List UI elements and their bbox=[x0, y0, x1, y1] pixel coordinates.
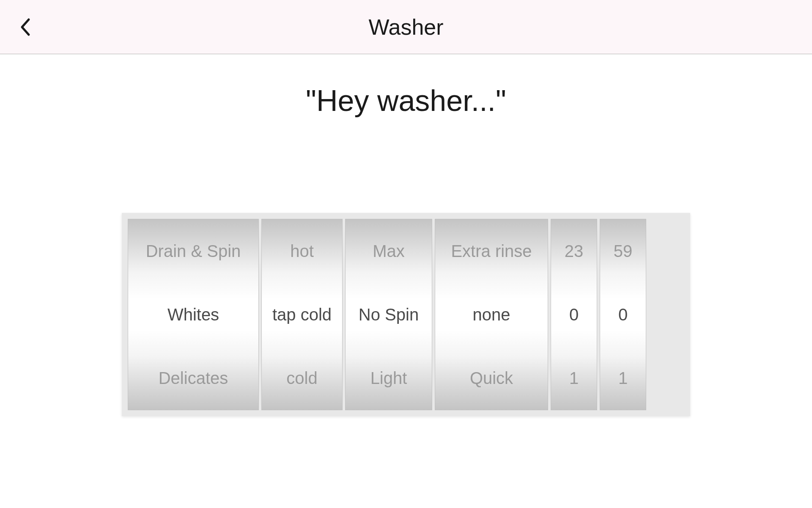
settings-picker: Drain & Spin Whites Delicates hot tap co… bbox=[122, 213, 690, 416]
wheel-option-selected: none bbox=[435, 283, 548, 346]
temperature-wheel[interactable]: hot tap cold cold bbox=[261, 219, 343, 410]
wheel-option-above: Extra rinse bbox=[435, 219, 548, 283]
wheel-option-selected: 0 bbox=[600, 283, 646, 346]
minute-wheel[interactable]: 59 0 1 bbox=[600, 219, 646, 410]
wheel-option-above: 59 bbox=[600, 219, 646, 283]
wheel-option-selected: 0 bbox=[551, 283, 597, 346]
cycle-wheel[interactable]: Drain & Spin Whites Delicates bbox=[128, 219, 259, 410]
main-content: "Hey washer..." Drain & Spin Whites Deli… bbox=[0, 54, 812, 416]
wheel-option-above: 23 bbox=[551, 219, 597, 283]
wheel-option-above: hot bbox=[262, 219, 342, 283]
header-bar: Washer bbox=[0, 0, 812, 54]
wheel-option-above: Max bbox=[346, 219, 432, 283]
voice-prompt-text: "Hey washer..." bbox=[306, 84, 506, 118]
wheel-option-selected: Whites bbox=[128, 283, 258, 346]
spin-wheel[interactable]: Max No Spin Light bbox=[345, 219, 432, 410]
wheel-option-selected: No Spin bbox=[346, 283, 432, 346]
page-title: Washer bbox=[0, 14, 812, 40]
option-wheel[interactable]: Extra rinse none Quick bbox=[435, 219, 548, 410]
wheel-option-below: Light bbox=[346, 346, 432, 410]
wheel-option-selected: tap cold bbox=[262, 283, 342, 346]
back-button[interactable] bbox=[13, 14, 38, 40]
wheel-option-below: Quick bbox=[435, 346, 548, 410]
hour-wheel[interactable]: 23 0 1 bbox=[551, 219, 597, 410]
wheel-option-below: 1 bbox=[600, 346, 646, 410]
chevron-left-icon bbox=[19, 18, 31, 36]
wheel-option-below: Delicates bbox=[128, 346, 258, 410]
wheel-option-below: cold bbox=[262, 346, 342, 410]
wheel-option-below: 1 bbox=[551, 346, 597, 410]
wheel-option-above: Drain & Spin bbox=[128, 219, 258, 283]
